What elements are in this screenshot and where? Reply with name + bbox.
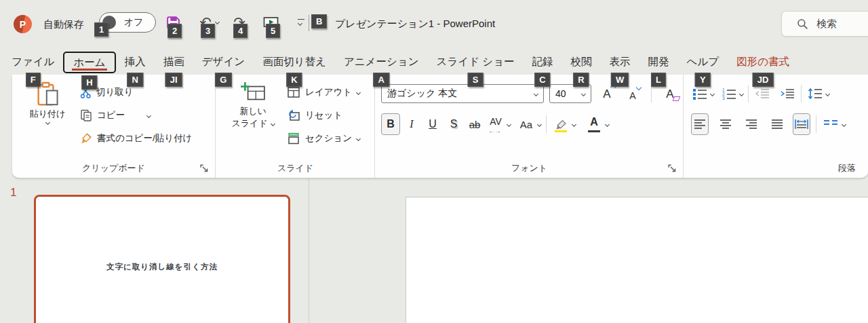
customize-qat-button[interactable] <box>296 18 306 28</box>
keytip-undo: 3 <box>201 24 215 38</box>
distribute-text-button[interactable] <box>793 113 810 135</box>
keytip-transitions: K <box>286 73 302 87</box>
tab-slideshow[interactable]: スライド ショー S <box>428 49 524 75</box>
keytip-animations: A <box>374 73 389 87</box>
decrease-indent-icon <box>755 88 770 99</box>
line-spacing-button[interactable] <box>806 83 824 104</box>
document-title: プレゼンテーション1 - PowerPoint <box>335 18 495 31</box>
bold-button[interactable]: B <box>381 113 400 135</box>
increase-indent-icon <box>780 88 795 99</box>
font-group: 游ゴシック 本文 40 A A A <box>376 75 684 178</box>
tab-home[interactable]: ホーム H <box>63 52 115 73</box>
tab-record-label: 記録 <box>532 55 553 69</box>
strikethrough-button[interactable]: ab <box>465 113 484 135</box>
keytip-record: C <box>534 73 550 87</box>
font-dialog-launcher-icon[interactable] <box>668 164 677 174</box>
character-spacing-button[interactable]: AV ←→ <box>486 113 505 135</box>
align-left-button[interactable] <box>691 113 709 135</box>
section-button[interactable]: セクション <box>287 129 360 148</box>
new-slide-button[interactable]: 新しい スライド <box>224 81 281 129</box>
ribbon-tab-row: ファイル F ホーム H 挿入 N 描画 JI デザイン G 画面切り替え K … <box>3 49 798 75</box>
numbering-chevron-icon[interactable] <box>739 91 744 96</box>
font-color-bar <box>588 130 600 133</box>
font-size-chevron-icon <box>581 92 586 96</box>
keytip-insert: N <box>127 73 142 87</box>
strikethrough-letters: ab <box>469 119 481 130</box>
font-row-separator <box>651 85 652 102</box>
character-spacing-chevron-icon[interactable] <box>507 121 511 126</box>
new-slide-dropdown-chevron-icon <box>271 121 275 126</box>
tab-transitions[interactable]: 画面切り替え K <box>254 49 335 75</box>
search-icon <box>797 18 808 30</box>
shrink-font-letter: A <box>629 90 635 101</box>
copy-dropdown-chevron-icon[interactable] <box>146 113 151 117</box>
clipboard-group-label: クリップボード <box>12 162 215 174</box>
highlight-color-bar <box>555 130 567 133</box>
format-painter-button[interactable]: 書式のコピー/貼り付け <box>80 129 192 148</box>
underline-button[interactable]: U <box>423 113 442 135</box>
columns-chevron-icon[interactable] <box>842 121 846 126</box>
font-color-button[interactable]: A <box>585 113 604 135</box>
tab-design[interactable]: デザイン G <box>193 49 254 75</box>
paste-button[interactable]: 貼り付け <box>22 81 73 124</box>
font-name-combo[interactable]: 游ゴシック 本文 <box>381 84 544 103</box>
clipboard-dialog-launcher-icon[interactable] <box>200 164 210 174</box>
tab-animations-label: アニメーション <box>344 55 419 69</box>
tab-shape-format-label: 図形の書式 <box>736 55 789 69</box>
tab-file[interactable]: ファイル F <box>3 49 63 75</box>
shadow-letter: S <box>450 118 458 130</box>
text-highlight-button[interactable] <box>551 113 570 135</box>
paste-label: 貼り付け <box>30 109 66 119</box>
italic-button[interactable]: I <box>402 113 421 135</box>
tab-view[interactable]: 表示 W <box>601 49 639 75</box>
numbering-icon: 1 2 3 <box>722 88 736 100</box>
paragraph-row1-separator <box>748 85 749 102</box>
format-painter-label: 書式のコピー/貼り付け <box>97 132 192 145</box>
section-dropdown-chevron-icon <box>356 136 361 140</box>
tab-record[interactable]: 記録 C <box>524 49 562 75</box>
paragraph-row2-separator <box>816 115 816 133</box>
tab-insert[interactable]: 挿入 N <box>116 49 155 75</box>
slide-canvas[interactable] <box>406 197 868 323</box>
text-shadow-button[interactable]: S <box>444 113 463 135</box>
font-color-chevron-icon[interactable] <box>605 121 610 126</box>
tab-insert-label: 挿入 <box>125 55 146 69</box>
autosave-label: 自動保存 <box>43 18 84 31</box>
reset-button[interactable]: リセット <box>287 106 360 125</box>
font-size-combo[interactable]: 40 <box>549 84 591 103</box>
tab-draw[interactable]: 描画 JI <box>155 49 193 75</box>
change-case-chevron-icon[interactable] <box>537 121 542 126</box>
increase-indent-button[interactable] <box>778 83 796 104</box>
align-right-icon <box>745 119 758 130</box>
thumbnail-panel-divider[interactable] <box>309 178 309 323</box>
keytip-file: F <box>26 73 41 87</box>
font-name-value: 游ゴシック 本文 <box>387 88 457 100</box>
numbering-button[interactable]: 1 2 3 <box>720 83 738 104</box>
align-right-button[interactable] <box>743 114 760 134</box>
slide-thumbnail[interactable]: 文字に取り消し線を引く方法 <box>34 195 290 323</box>
line-spacing-chevron-icon[interactable] <box>825 91 830 96</box>
justify-button[interactable] <box>768 114 786 134</box>
align-center-button[interactable] <box>717 114 734 134</box>
search-box[interactable]: 検索 <box>781 11 868 37</box>
highlight-chevron-icon[interactable] <box>572 121 576 126</box>
tab-animations[interactable]: アニメーション A <box>335 49 428 75</box>
highlighter-pen-icon <box>554 119 568 130</box>
change-case-button[interactable]: Aa <box>517 113 536 135</box>
tab-review[interactable]: 校閲 R <box>562 49 601 75</box>
eraser-icon <box>673 96 681 101</box>
tab-developer[interactable]: 開発 L <box>639 49 678 75</box>
spacing-arrows-icon: ←→ <box>488 127 500 134</box>
tab-help[interactable]: ヘルプ Y <box>678 49 728 75</box>
copy-button[interactable]: コピー <box>80 106 192 125</box>
columns-button[interactable] <box>822 114 840 134</box>
paragraph-row1-separator-2 <box>801 85 802 102</box>
justify-icon <box>770 119 784 130</box>
undo-dropdown-chevron-icon[interactable] <box>215 20 220 24</box>
bullets-chevron-icon[interactable] <box>710 91 715 96</box>
slide-thumbnail-title: 文字に取り消し線を引く方法 <box>106 262 218 272</box>
reset-label: リセット <box>305 109 342 121</box>
tab-shape-format[interactable]: 図形の書式 JD <box>728 49 798 75</box>
layout-dropdown-chevron-icon <box>356 90 361 94</box>
ribbon: 貼り付け 切り取り <box>12 75 868 178</box>
